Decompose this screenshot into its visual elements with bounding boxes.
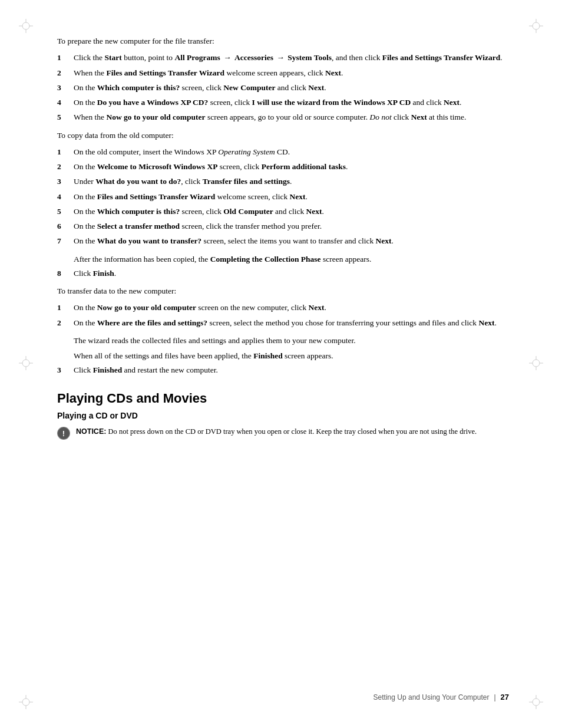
notice-icon: ! [57, 427, 70, 440]
step-num: 1 [57, 146, 74, 158]
steps-copy-list: 1 On the old computer, insert the Window… [57, 146, 505, 248]
step-num: 8 [57, 268, 74, 279]
corner-mark-tr [528, 18, 544, 34]
step-text: Click Finished and restart the new compu… [74, 364, 505, 376]
list-item: 4 On the Files and Settings Transfer Wiz… [57, 191, 505, 203]
step-text: Click the Start button, point to All Pro… [74, 52, 505, 64]
list-item: 2 On the Where are the files and setting… [57, 317, 505, 329]
step-text: Click Finish. [74, 268, 505, 279]
list-item: 2 When the Files and Settings Transfer W… [57, 67, 505, 79]
sub-heading-playing-cd: Playing a CD or DVD [57, 411, 505, 420]
list-item: 3 On the Which computer is this? screen,… [57, 82, 505, 94]
svg-point-0 [22, 22, 29, 29]
list-item: 1 On the old computer, insert the Window… [57, 146, 505, 158]
step-text: On the old computer, insert the Windows … [74, 146, 505, 158]
step-num: 2 [57, 161, 74, 173]
steps-prepare-list: 1 Click the Start button, point to All P… [57, 52, 505, 123]
svg-point-25 [533, 360, 540, 367]
list-item: 2 On the Welcome to Microsoft Windows XP… [57, 161, 505, 173]
corner-mark-br [528, 694, 544, 710]
step-num: 6 [57, 220, 74, 232]
step-text: On the Welcome to Microsoft Windows XP s… [74, 161, 505, 173]
intro-transfer: To transfer data to the new computer: [57, 285, 505, 297]
step-num: 4 [57, 97, 74, 108]
steps-step3-transfer: 3 Click Finished and restart the new com… [57, 364, 505, 376]
svg-point-15 [533, 699, 540, 706]
step-num: 2 [57, 317, 74, 329]
footer-text: Setting Up and Using Your Computer [373, 693, 490, 701]
main-content: To prepare the new computer for the file… [57, 35, 505, 440]
step-text: On the Which computer is this? screen, c… [74, 206, 505, 218]
corner-mark-bl [18, 694, 34, 710]
list-item: 1 On the Now go to your old computer scr… [57, 302, 505, 314]
step-num: 1 [57, 52, 74, 64]
step7-subtext: After the information has been copied, t… [74, 253, 505, 265]
corner-mark-tl [18, 18, 34, 34]
step-text: Under What do you want to do?, click Tra… [74, 176, 505, 187]
steps-step8: 8 Click Finish. [57, 268, 505, 279]
notice-text: NOTICE: Do not press down on the CD or D… [76, 426, 505, 437]
svg-point-20 [22, 360, 29, 367]
list-item: 1 Click the Start button, point to All P… [57, 52, 505, 64]
notice-box: ! NOTICE: Do not press down on the CD or… [57, 426, 505, 440]
step-num: 2 [57, 67, 74, 79]
list-item: 3 Click Finished and restart the new com… [57, 364, 505, 376]
step-text: On the Do you have a Windows XP CD? scre… [74, 97, 505, 108]
intro-copy: To copy data from the old computer: [57, 130, 505, 141]
page-number: 27 [501, 693, 509, 701]
step-text: On the Where are the files and settings?… [74, 317, 505, 329]
list-item: 8 Click Finish. [57, 268, 505, 279]
step-num: 1 [57, 302, 74, 314]
list-item: 5 On the Which computer is this? screen,… [57, 206, 505, 218]
step-num: 7 [57, 235, 74, 247]
step-text: On the Which computer is this? screen, c… [74, 82, 505, 94]
list-item: 7 On the What do you want to transfer? s… [57, 235, 505, 247]
list-item: 4 On the Do you have a Windows XP CD? sc… [57, 97, 505, 108]
step-num: 3 [57, 82, 74, 94]
step-text: On the Select a transfer method screen, … [74, 220, 505, 232]
svg-text:!: ! [62, 429, 65, 438]
step-text: On the Files and Settings Transfer Wizar… [74, 191, 505, 203]
side-mark-right [528, 355, 544, 374]
side-mark-left [18, 355, 34, 374]
footer-pipe: | [494, 693, 495, 701]
step-num: 5 [57, 111, 74, 123]
list-item: 3 Under What do you want to do?, click T… [57, 176, 505, 187]
step-text: On the What do you want to transfer? scr… [74, 235, 505, 247]
step-text: When the Files and Settings Transfer Wiz… [74, 67, 505, 79]
step-num: 3 [57, 364, 74, 376]
step2-subtext2: When all of the settings and files have … [74, 350, 505, 362]
list-item: 5 When the Now go to your old computer s… [57, 111, 505, 123]
footer: Setting Up and Using Your Computer | 27 [53, 693, 509, 701]
step-num: 3 [57, 176, 74, 187]
svg-point-5 [533, 22, 540, 29]
list-item: 6 On the Select a transfer method screen… [57, 220, 505, 232]
page: To prepare the new computer for the file… [0, 0, 562, 728]
intro-prepare: To prepare the new computer for the file… [57, 35, 505, 47]
step2-subtext1: The wizard reads the collected files and… [74, 335, 505, 347]
step-num: 5 [57, 206, 74, 218]
step-text: On the Now go to your old computer scree… [74, 302, 505, 314]
svg-point-10 [22, 699, 29, 706]
step-text: When the Now go to your old computer scr… [74, 111, 505, 123]
step-num: 4 [57, 191, 74, 203]
section-title: Playing CDs and Movies [57, 391, 505, 406]
steps-transfer-list: 1 On the Now go to your old computer scr… [57, 302, 505, 329]
